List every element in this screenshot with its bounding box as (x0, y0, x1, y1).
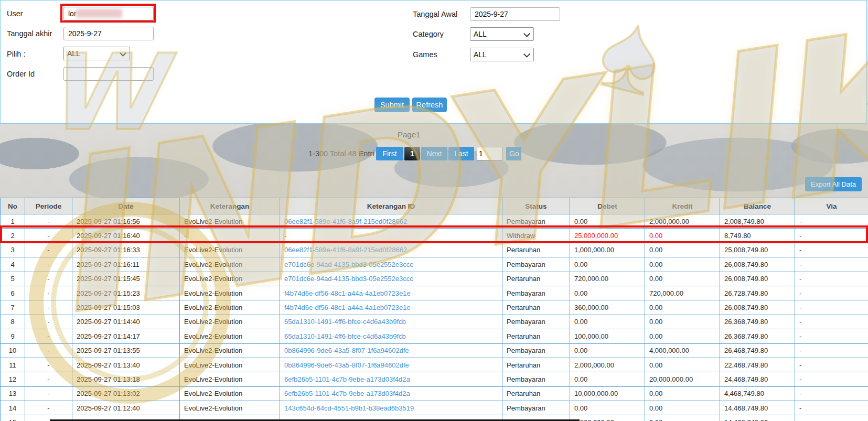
cell-periode: - (25, 401, 72, 415)
keterangan-id-link[interactable]: 65da1310-1491-4ff6-bfce-c4d6a43b9fcb (284, 318, 406, 326)
cell-status: Pertaruhan (502, 272, 570, 286)
cell-keterangan_id: e701dc6e-94ad-4135-bbd3-05e2552e3ccc (280, 272, 502, 286)
export-all-data-button[interactable]: Export All Data (805, 177, 862, 191)
table-row: 9-2025-09-27 01:14:17EvoLive2-Evolution6… (1, 329, 868, 343)
keterangan-id-link[interactable]: 06ee82f1-589e-41f6-8a9f-215ed0f28662 (284, 218, 407, 225)
keterangan-id-link[interactable]: 6efb26b5-1101-4c7b-9ebe-a173d03f4d2a (284, 375, 410, 383)
cell-kredit: 0.00 (645, 358, 720, 372)
keterangan-id-link[interactable]: e701dc6e-94ad-4135-bbd3-05e2552e3ccc (284, 261, 413, 268)
keterangan-id-link[interactable]: 06ee82f1-589e-41f6-8a9f-215ed0f28662 (284, 246, 407, 254)
current-page-button[interactable]: 1 (404, 147, 420, 160)
cell-keterangan: EvoLive2-Evolution (180, 243, 280, 257)
first-page-button[interactable]: First (376, 147, 403, 160)
column-header-kredit: Kredit (645, 198, 720, 214)
cell-via: - (795, 229, 868, 243)
cell-no: 7 (1, 300, 25, 315)
category-select[interactable]: ALL (470, 27, 534, 41)
keterangan-id-link[interactable]: 143c654d-64cd-4551-b9b1-b38ead6b3519 (284, 418, 414, 421)
cell-date: 2025-09-27 01:13:55 (72, 343, 180, 358)
games-select-wrap: ALL (470, 48, 534, 61)
cell-periode: - (25, 300, 72, 315)
cell-periode: - (25, 257, 72, 272)
cell-status: Pembayaran (502, 372, 570, 386)
column-header-keterangan: Keterangan (180, 198, 280, 214)
cell-status: Pertaruhan (502, 358, 570, 372)
cell-kredit: 0.00 (645, 257, 720, 272)
cell-status: Pembayaran (502, 214, 570, 229)
keterangan-id-link[interactable]: 0b864996-9de6-43a5-8f07-1f6a94602dfe (284, 347, 409, 354)
cell-balance: 14,468,749.80 (720, 401, 795, 415)
table-row: 10-2025-09-27 01:13:55EvoLive2-Evolution… (1, 343, 868, 358)
pilih-select[interactable]: ALL (63, 47, 130, 60)
cell-keterangan_id: e701dc6e-94ad-4135-bbd3-05e2552e3ccc (280, 257, 502, 272)
cell-via: - (795, 401, 868, 415)
cell-status: Pertaruhan (502, 243, 570, 257)
cell-date: 2025-09-27 01:15:45 (72, 272, 180, 286)
cell-kredit: 4,000,000.00 (645, 343, 720, 358)
cell-balance: 25,008,749.80 (720, 243, 795, 257)
cell-via: - (795, 300, 868, 315)
next-page-button[interactable]: Next (421, 147, 447, 160)
entries-count: 1-300 Total 48 Entri (308, 149, 374, 158)
games-select[interactable]: ALL (470, 48, 534, 61)
cell-date: 2025-09-27 01:15:03 (72, 300, 180, 315)
cell-kredit: 0.00 (645, 401, 720, 415)
order-id-input[interactable] (63, 67, 154, 81)
cell-debet: 0.00 (570, 343, 645, 358)
column-header-no: No (1, 198, 25, 214)
cell-kredit: 0.00 (645, 315, 720, 329)
last-page-button[interactable]: Last (448, 147, 474, 160)
keterangan-id-link[interactable]: f4b74d6e-df56-48c1-a44a-4a1eb0723e1e (284, 289, 411, 297)
page-number-input[interactable] (477, 147, 503, 160)
keterangan-id-link[interactable]: 65da1310-1491-4ff6-bfce-c4d6a43b9fcb (284, 332, 406, 340)
keterangan-id-link[interactable]: 0b864996-9de6-43a5-8f07-1f6a94602dfe (284, 361, 409, 369)
cell-no: 5 (1, 272, 25, 286)
cell-kredit: 0.00 (645, 415, 720, 421)
user-input[interactable] (63, 7, 154, 20)
table-row: 4-2025-09-27 01:16:11EvoLive2-Evolutione… (1, 257, 868, 272)
refresh-button[interactable]: Refresh (412, 98, 447, 112)
keterangan-id-link[interactable]: 143c654d-64cd-4551-b9b1-b38ead6b3519 (284, 404, 414, 412)
transactions-table: NoPeriodeDateKeteranganKeterangan IDStat… (0, 198, 868, 421)
cell-debet: 0.00 (570, 372, 645, 386)
cell-via: - (795, 343, 868, 358)
go-button[interactable]: Go (506, 147, 521, 160)
table-row: 15-2025-09-27 01:12:16EvoLive2-Evolution… (1, 415, 868, 421)
cell-balance: 14,468,749.80 (720, 415, 795, 421)
cell-kredit: 0.00 (645, 300, 720, 315)
cell-via: - (795, 243, 868, 257)
keterangan-id-link[interactable]: 6efb26b5-1101-4c7b-9ebe-a173d03f4d2a (284, 390, 410, 397)
cell-no: 2 (1, 229, 25, 243)
cell-keterangan: EvoLive2-Evolution (180, 415, 280, 421)
cell-no: 1 (1, 214, 25, 229)
cell-date: 2025-09-27 01:13:02 (72, 386, 180, 401)
cell-balance: 26,728,749.80 (720, 286, 795, 300)
cell-kredit: 0.00 (645, 272, 720, 286)
user-label: User (7, 9, 23, 18)
cell-status: Pembayaran (502, 315, 570, 329)
keterangan-id-link[interactable]: e701dc6e-94ad-4135-bbd3-05e2552e3ccc (284, 275, 413, 283)
cell-keterangan: EvoLive2-Evolution (180, 272, 280, 286)
cell-periode: - (25, 386, 72, 401)
cell-date: 2025-09-27 01:16:33 (72, 243, 180, 257)
cell-date: 2025-09-27 01:14:40 (72, 315, 180, 329)
cell-status: Pembayaran (502, 257, 570, 272)
tanggal-akhir-input[interactable] (63, 27, 154, 40)
submit-button[interactable]: Submit (374, 98, 410, 112)
table-row: 1-2025-09-27 01:16:56EvoLive2-Evolution0… (1, 214, 868, 229)
cell-keterangan: - (180, 229, 280, 243)
games-label: Games (413, 50, 437, 59)
cell-status: Withdraw (502, 229, 570, 243)
cell-date: 2025-09-27 01:16:56 (72, 214, 180, 229)
pilih-label: Pilih : (7, 50, 25, 58)
cell-kredit: 0.00 (645, 229, 720, 243)
cell-date: 2025-09-27 01:12:40 (72, 401, 180, 415)
cell-debet: 0.00 (570, 315, 645, 329)
cell-keterangan_id: f4b74d6e-df56-48c1-a44a-4a1eb0723e1e (280, 286, 502, 300)
cell-balance: 26,368,749.80 (720, 315, 795, 329)
cell-kredit: 20,000,000.00 (645, 372, 720, 386)
cell-kredit: 0.00 (645, 243, 720, 257)
tanggal-awal-input[interactable] (470, 7, 560, 21)
column-header-via: Via (795, 198, 868, 214)
keterangan-id-link[interactable]: f4b74d6e-df56-48c1-a44a-4a1eb0723e1e (284, 304, 411, 311)
